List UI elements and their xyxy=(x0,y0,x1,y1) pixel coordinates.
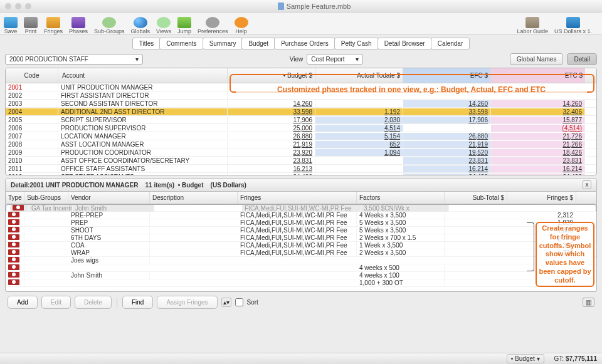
views-button[interactable]: Views xyxy=(156,17,171,34)
jump-icon xyxy=(177,17,191,28)
table-row[interactable]: 2008ASST LOCATION MANAGER21,91965221,919… xyxy=(6,140,596,148)
assign-fringes-button[interactable]: Assign Fringes xyxy=(157,296,217,309)
save-button[interactable]: Save xyxy=(4,17,18,34)
detail-row[interactable]: GA Tax IncentiveJohn SmithFICA,Medi,FUI,… xyxy=(6,204,596,212)
table-row[interactable]: 2012SET STAFF ASSISTANTS24,42024,42024,4… xyxy=(6,173,596,175)
table-row[interactable]: 2001UNIT PRODUCTION MANAGER xyxy=(6,83,596,91)
cash-icon xyxy=(13,205,24,211)
col-actual[interactable]: Actual Todate $ xyxy=(315,68,403,83)
fringes-button[interactable]: Fringes xyxy=(44,17,63,34)
dcol-fringes-amt[interactable]: Fringes $ xyxy=(507,192,576,204)
labor-guide-button[interactable]: Labor Guide xyxy=(517,17,548,34)
detail-row[interactable]: John Smith4 weeks x 100 xyxy=(6,272,596,279)
tab-summary[interactable]: Summary xyxy=(203,38,243,49)
subgroups-button[interactable]: Sub-Groups xyxy=(94,17,125,34)
close-detail-button[interactable]: x xyxy=(583,180,591,189)
view-selector[interactable]: Cost Report ▾ xyxy=(307,54,363,65)
tab-petty-cash[interactable]: Petty Cash xyxy=(334,38,379,49)
status-phase-selector[interactable]: • Budget ▾ xyxy=(507,354,544,363)
cash-icon xyxy=(8,249,19,255)
sort-checkbox[interactable] xyxy=(235,298,243,306)
detail-grid-header: Type Sub-Groups Vendor Description Fring… xyxy=(6,192,596,204)
globals-icon xyxy=(134,17,147,28)
table-row[interactable]: 2007LOCATION MANAGER26,8805,15426,88021,… xyxy=(6,132,596,140)
add-button[interactable]: Add xyxy=(8,296,38,309)
tab-calendar[interactable]: Calendar xyxy=(431,38,470,49)
print-button[interactable]: Print xyxy=(24,17,38,34)
tab-detail-browser[interactable]: Detail Browser xyxy=(378,38,432,49)
cash-icon xyxy=(8,257,19,263)
grid-header: Code Account • Budget $ Actual Todate $ … xyxy=(6,68,596,83)
dcol-factors[interactable]: Factors xyxy=(357,192,445,204)
col-efc[interactable]: EFC $ xyxy=(403,68,491,83)
find-button[interactable]: Find xyxy=(122,296,153,309)
detail-row[interactable]: PREPFICA,Medi,FUI,SUI-MI,WC-MI,PR Fee5 W… xyxy=(6,219,596,227)
layout-toggle-icon[interactable]: ▥ xyxy=(583,298,594,307)
detail-row[interactable]: SHOOTFICA,Medi,FUI,SUI-MI,WC-MI,PR Fee5 … xyxy=(6,227,596,234)
sort-stepper[interactable]: ▴▾ xyxy=(221,298,231,307)
help-button[interactable]: Help xyxy=(235,17,248,34)
detail-row[interactable]: PRE-PREPFICA,Medi,FUI,SUI-MI,WC-MI,PR Fe… xyxy=(6,212,596,219)
delete-button[interactable]: Delete xyxy=(75,296,112,309)
table-row[interactable]: 2004ADDITIONAL 2ND ASST DIRECTOR33,5981,… xyxy=(6,108,596,116)
dcol-subgroups[interactable]: Sub-Groups xyxy=(24,192,68,204)
global-names-button[interactable]: Global Names xyxy=(510,53,563,65)
phases-button[interactable]: Phases xyxy=(69,17,88,34)
detail-row[interactable]: 1,000 + 300 OT xyxy=(6,279,596,287)
help-icon xyxy=(235,17,248,28)
currency-button[interactable]: US Dollars x 1. xyxy=(554,17,592,34)
detail-grid[interactable]: Type Sub-Groups Vendor Description Fring… xyxy=(5,192,597,292)
detail-actions: Add Edit Delete Find Assign Fringes ▴▾ S… xyxy=(0,293,602,311)
detail-row[interactable]: 4 weeks x 500 xyxy=(6,264,596,272)
col-etc[interactable]: ETC $ xyxy=(491,68,585,83)
dcol-fringes[interactable]: Fringes xyxy=(238,192,357,204)
dcol-type[interactable]: Type xyxy=(6,192,24,204)
table-row[interactable]: 2006PRODUCTION SUPERVISOR25,0004,514(4,5… xyxy=(6,124,596,132)
edit-button[interactable]: Edit xyxy=(41,296,71,309)
col-code[interactable]: Code xyxy=(6,68,58,83)
dcol-description[interactable]: Description xyxy=(150,192,238,204)
tab-budget[interactable]: Budget xyxy=(241,38,275,49)
phases-icon xyxy=(71,17,85,28)
table-row[interactable]: 2005SCRIPT SUPERVISOR17,9062,03017,90615… xyxy=(6,116,596,124)
cash-icon xyxy=(8,212,19,217)
cash-icon xyxy=(8,219,19,225)
account-selector[interactable]: 2000 PRODUCTION STAFF ▾ xyxy=(5,54,143,65)
detail-header: Detail: 2001 UNIT PRODUCTION MANAGER 11 … xyxy=(5,178,597,192)
tab-titles[interactable]: Titles xyxy=(132,38,161,49)
detail-row[interactable]: COAFICA,Medi,FUI,SUI-MI,WC-MI,PR Fee1 We… xyxy=(6,242,596,249)
preferences-button[interactable]: Preferences xyxy=(198,17,228,34)
dcol-vendor[interactable]: Vendor xyxy=(68,192,150,204)
tab-comments[interactable]: Comments xyxy=(159,38,203,49)
detail-row[interactable]: 6TH DAYSFICA,Medi,FUI,SUI-MI,WC-MI,PR Fe… xyxy=(6,234,596,242)
dcol-subtotal[interactable]: Sub-Total $ xyxy=(445,192,507,204)
main-toolbar: Save Print Fringes Phases Sub-Groups Glo… xyxy=(0,13,602,35)
tab-purchase-orders[interactable]: Purchase Orders xyxy=(274,38,335,49)
print-icon xyxy=(24,17,38,28)
detail-row[interactable]: Joes wigs xyxy=(6,257,596,264)
zoom-window-icon[interactable] xyxy=(25,3,31,9)
minimize-window-icon[interactable] xyxy=(15,3,21,9)
jump-button[interactable]: Jump xyxy=(177,17,191,34)
detail-phase: • Budget xyxy=(178,182,204,189)
cash-icon xyxy=(8,227,19,232)
table-row[interactable]: 2011OFFICE STAFF ASSISTANTS16,21316,2141… xyxy=(6,165,596,173)
table-row[interactable]: 2009PRODUCTION COORDINATOR23,9201,09419,… xyxy=(6,148,596,157)
detail-row[interactable]: WRAPFICA,Medi,FUI,SUI-MI,WC-MI,PR Fee2 W… xyxy=(6,249,596,257)
table-row[interactable]: 2002FIRST ASSISTANT DIRECTOR xyxy=(6,91,596,100)
col-account[interactable]: Account xyxy=(58,68,228,83)
accounts-grid[interactable]: Code Account • Budget $ Actual Todate $ … xyxy=(5,68,597,175)
sort-label: Sort xyxy=(247,299,258,306)
col-budget[interactable]: • Budget $ xyxy=(228,68,315,83)
close-window-icon[interactable] xyxy=(5,3,11,9)
traffic-lights[interactable] xyxy=(5,3,31,9)
detail-title: 2001 UNIT PRODUCTION MANAGER xyxy=(30,182,139,189)
subgroups-icon xyxy=(102,17,116,28)
document-icon xyxy=(278,3,284,10)
table-row[interactable]: 2003SECOND ASSISTANT DIRECTOR14,26014,26… xyxy=(6,100,596,108)
globals-button[interactable]: Globals xyxy=(131,17,150,34)
detail-button[interactable]: Detail xyxy=(567,53,597,65)
fringes-icon xyxy=(46,17,60,28)
annotation-text-2: Create ranges for fringe cutoffs. Symbol… xyxy=(536,222,594,287)
table-row[interactable]: 2010ASST OFFICE COORDINATOR/SECRETARY23,… xyxy=(6,157,596,165)
